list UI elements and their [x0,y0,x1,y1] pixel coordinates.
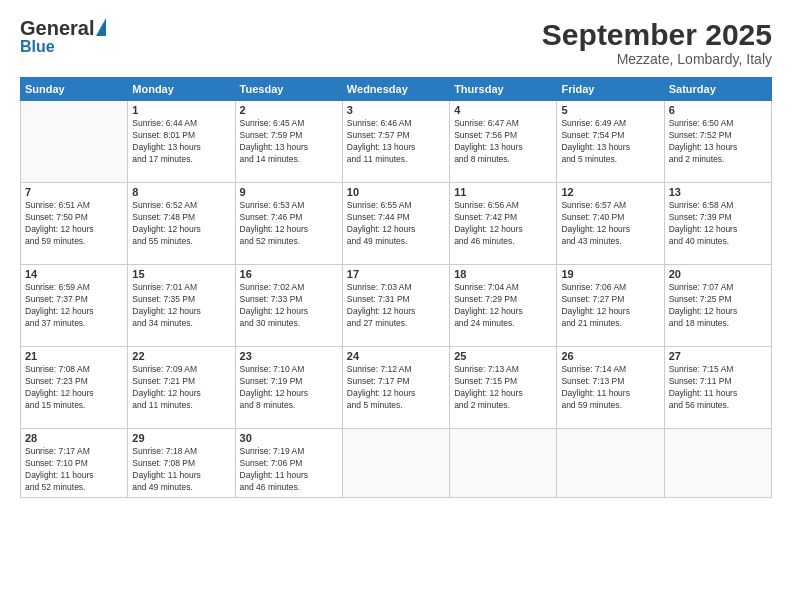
day-info: Sunrise: 7:17 AM Sunset: 7:10 PM Dayligh… [25,446,123,494]
day-info: Sunrise: 6:46 AM Sunset: 7:57 PM Dayligh… [347,118,445,166]
day-number: 26 [561,350,659,362]
day-info: Sunrise: 6:57 AM Sunset: 7:40 PM Dayligh… [561,200,659,248]
calendar-cell: 16Sunrise: 7:02 AM Sunset: 7:33 PM Dayli… [235,265,342,347]
month-title: September 2025 [542,18,772,51]
weekday-header-friday: Friday [557,78,664,101]
day-number: 7 [25,186,123,198]
day-number: 5 [561,104,659,116]
day-number: 12 [561,186,659,198]
calendar-cell: 27Sunrise: 7:15 AM Sunset: 7:11 PM Dayli… [664,347,771,429]
calendar-cell [450,429,557,498]
calendar-header-row: SundayMondayTuesdayWednesdayThursdayFrid… [21,78,772,101]
day-number: 8 [132,186,230,198]
day-number: 10 [347,186,445,198]
day-number: 20 [669,268,767,280]
calendar-cell: 29Sunrise: 7:18 AM Sunset: 7:08 PM Dayli… [128,429,235,498]
calendar-cell: 23Sunrise: 7:10 AM Sunset: 7:19 PM Dayli… [235,347,342,429]
calendar-cell: 6Sunrise: 6:50 AM Sunset: 7:52 PM Daylig… [664,101,771,183]
calendar-cell: 4Sunrise: 6:47 AM Sunset: 7:56 PM Daylig… [450,101,557,183]
day-info: Sunrise: 7:07 AM Sunset: 7:25 PM Dayligh… [669,282,767,330]
day-number: 28 [25,432,123,444]
calendar-week-row: 7Sunrise: 6:51 AM Sunset: 7:50 PM Daylig… [21,183,772,265]
day-number: 25 [454,350,552,362]
day-info: Sunrise: 7:14 AM Sunset: 7:13 PM Dayligh… [561,364,659,412]
day-info: Sunrise: 7:01 AM Sunset: 7:35 PM Dayligh… [132,282,230,330]
calendar-cell: 9Sunrise: 6:53 AM Sunset: 7:46 PM Daylig… [235,183,342,265]
day-number: 22 [132,350,230,362]
calendar-week-row: 14Sunrise: 6:59 AM Sunset: 7:37 PM Dayli… [21,265,772,347]
calendar-cell: 7Sunrise: 6:51 AM Sunset: 7:50 PM Daylig… [21,183,128,265]
title-area: September 2025 Mezzate, Lombardy, Italy [542,18,772,67]
day-number: 15 [132,268,230,280]
weekday-header-thursday: Thursday [450,78,557,101]
calendar-table: SundayMondayTuesdayWednesdayThursdayFrid… [20,77,772,498]
day-number: 6 [669,104,767,116]
day-number: 2 [240,104,338,116]
day-number: 13 [669,186,767,198]
day-info: Sunrise: 7:04 AM Sunset: 7:29 PM Dayligh… [454,282,552,330]
day-info: Sunrise: 6:53 AM Sunset: 7:46 PM Dayligh… [240,200,338,248]
calendar-cell: 1Sunrise: 6:44 AM Sunset: 8:01 PM Daylig… [128,101,235,183]
day-info: Sunrise: 6:44 AM Sunset: 8:01 PM Dayligh… [132,118,230,166]
calendar-week-row: 1Sunrise: 6:44 AM Sunset: 8:01 PM Daylig… [21,101,772,183]
day-number: 24 [347,350,445,362]
day-number: 9 [240,186,338,198]
calendar-cell: 30Sunrise: 7:19 AM Sunset: 7:06 PM Dayli… [235,429,342,498]
calendar-week-row: 28Sunrise: 7:17 AM Sunset: 7:10 PM Dayli… [21,429,772,498]
calendar-cell: 20Sunrise: 7:07 AM Sunset: 7:25 PM Dayli… [664,265,771,347]
day-info: Sunrise: 6:56 AM Sunset: 7:42 PM Dayligh… [454,200,552,248]
calendar-cell: 10Sunrise: 6:55 AM Sunset: 7:44 PM Dayli… [342,183,449,265]
day-number: 4 [454,104,552,116]
calendar-cell: 18Sunrise: 7:04 AM Sunset: 7:29 PM Dayli… [450,265,557,347]
calendar-cell: 21Sunrise: 7:08 AM Sunset: 7:23 PM Dayli… [21,347,128,429]
day-info: Sunrise: 6:52 AM Sunset: 7:48 PM Dayligh… [132,200,230,248]
day-number: 29 [132,432,230,444]
calendar-cell [342,429,449,498]
day-number: 27 [669,350,767,362]
weekday-header-tuesday: Tuesday [235,78,342,101]
day-number: 19 [561,268,659,280]
logo-general: General [20,18,94,38]
weekday-header-wednesday: Wednesday [342,78,449,101]
day-info: Sunrise: 7:03 AM Sunset: 7:31 PM Dayligh… [347,282,445,330]
calendar-cell: 5Sunrise: 6:49 AM Sunset: 7:54 PM Daylig… [557,101,664,183]
day-number: 23 [240,350,338,362]
calendar-cell [557,429,664,498]
calendar-cell [21,101,128,183]
calendar-cell: 11Sunrise: 6:56 AM Sunset: 7:42 PM Dayli… [450,183,557,265]
logo-triangle-icon [96,18,106,36]
day-info: Sunrise: 7:19 AM Sunset: 7:06 PM Dayligh… [240,446,338,494]
day-info: Sunrise: 7:06 AM Sunset: 7:27 PM Dayligh… [561,282,659,330]
day-info: Sunrise: 6:45 AM Sunset: 7:59 PM Dayligh… [240,118,338,166]
weekday-header-sunday: Sunday [21,78,128,101]
logo: General Blue [20,18,106,56]
page-header: General Blue September 2025 Mezzate, Lom… [20,18,772,67]
day-info: Sunrise: 7:02 AM Sunset: 7:33 PM Dayligh… [240,282,338,330]
day-info: Sunrise: 7:12 AM Sunset: 7:17 PM Dayligh… [347,364,445,412]
calendar-week-row: 21Sunrise: 7:08 AM Sunset: 7:23 PM Dayli… [21,347,772,429]
calendar-cell [664,429,771,498]
day-number: 17 [347,268,445,280]
day-info: Sunrise: 7:09 AM Sunset: 7:21 PM Dayligh… [132,364,230,412]
location-subtitle: Mezzate, Lombardy, Italy [542,51,772,67]
weekday-header-saturday: Saturday [664,78,771,101]
calendar-cell: 19Sunrise: 7:06 AM Sunset: 7:27 PM Dayli… [557,265,664,347]
day-info: Sunrise: 6:47 AM Sunset: 7:56 PM Dayligh… [454,118,552,166]
day-info: Sunrise: 6:59 AM Sunset: 7:37 PM Dayligh… [25,282,123,330]
day-number: 1 [132,104,230,116]
day-number: 21 [25,350,123,362]
day-number: 11 [454,186,552,198]
calendar-cell: 25Sunrise: 7:13 AM Sunset: 7:15 PM Dayli… [450,347,557,429]
day-info: Sunrise: 7:10 AM Sunset: 7:19 PM Dayligh… [240,364,338,412]
day-number: 14 [25,268,123,280]
day-number: 16 [240,268,338,280]
day-info: Sunrise: 6:55 AM Sunset: 7:44 PM Dayligh… [347,200,445,248]
calendar-cell: 28Sunrise: 7:17 AM Sunset: 7:10 PM Dayli… [21,429,128,498]
day-number: 30 [240,432,338,444]
calendar-cell: 13Sunrise: 6:58 AM Sunset: 7:39 PM Dayli… [664,183,771,265]
calendar-cell: 17Sunrise: 7:03 AM Sunset: 7:31 PM Dayli… [342,265,449,347]
calendar-cell: 12Sunrise: 6:57 AM Sunset: 7:40 PM Dayli… [557,183,664,265]
day-number: 18 [454,268,552,280]
day-info: Sunrise: 6:50 AM Sunset: 7:52 PM Dayligh… [669,118,767,166]
day-info: Sunrise: 7:15 AM Sunset: 7:11 PM Dayligh… [669,364,767,412]
